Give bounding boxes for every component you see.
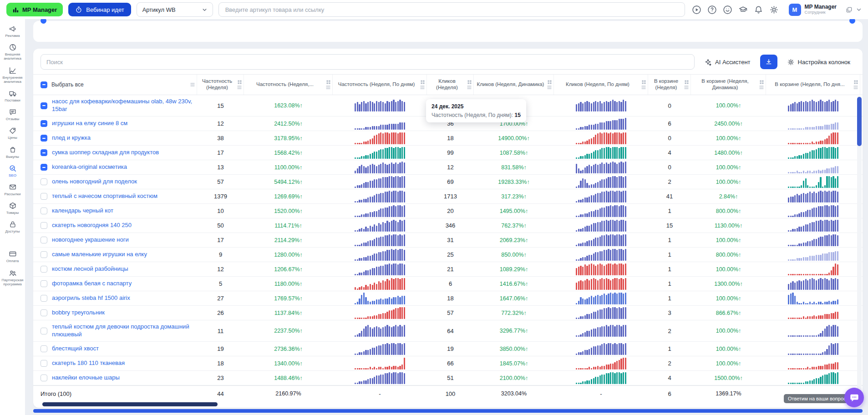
column-menu-icon[interactable] [237, 80, 242, 89]
column-header-clicks-week[interactable]: Кликов (Неделя) [427, 75, 474, 95]
table-search-input[interactable] [41, 54, 695, 70]
play-icon[interactable] [690, 3, 703, 16]
sparkline-chart[interactable] [576, 100, 626, 111]
sparkline-chart[interactable] [788, 343, 838, 355]
product-name-link[interactable]: bobbry треугольник [52, 309, 105, 317]
column-header-freq-week[interactable]: Частотность (Неделя) [197, 75, 244, 95]
row-checkbox[interactable] [41, 164, 47, 171]
column-header-cart-dyn[interactable]: В корзине (Неделя, Динамика) [691, 75, 766, 95]
columns-settings-button[interactable]: Настройка колонок [782, 54, 855, 70]
product-name-link[interactable]: фоторамка белая с паспарту [52, 280, 132, 288]
row-checkbox[interactable] [41, 208, 47, 214]
row-checkbox[interactable] [41, 266, 47, 273]
sparkline-chart[interactable] [355, 176, 405, 188]
sparkline-chart[interactable] [788, 325, 838, 337]
sparkline-chart[interactable] [576, 234, 626, 246]
column-menu-icon[interactable] [684, 80, 689, 89]
row-checkbox[interactable] [41, 251, 47, 258]
sparkline-chart[interactable] [788, 191, 838, 202]
sparkline-chart[interactable] [788, 293, 838, 304]
sparkline-chart[interactable] [788, 176, 838, 188]
sparkline-chart[interactable] [355, 100, 405, 111]
column-header-cart-week[interactable]: В корзине (Неделя) [648, 75, 691, 95]
row-checkbox[interactable] [41, 280, 47, 287]
sparkline-chart[interactable] [355, 205, 405, 217]
sparkline-chart[interactable] [788, 249, 838, 261]
sidebar-item-external-analytics[interactable]: Внешняя аналитика [0, 40, 25, 63]
sparkline-chart[interactable] [788, 147, 838, 159]
column-menu-icon[interactable] [420, 80, 425, 89]
row-checkbox[interactable] [41, 309, 47, 316]
product-name-link[interactable]: скатерть 180 110 тканевая [52, 359, 125, 367]
product-name-link[interactable]: koreanka-original косметика [52, 163, 127, 171]
sparkline-chart[interactable] [576, 220, 626, 232]
row-checkbox[interactable] [41, 345, 47, 352]
sparkline-chart[interactable] [788, 162, 838, 173]
product-name-link[interactable]: аэрогриль steba hf 1500 airix [52, 294, 130, 302]
product-name-link[interactable]: игрушки на елку синие 8 см [52, 120, 127, 127]
product-name-link[interactable]: плед и кружка [52, 134, 91, 142]
product-name-link[interactable]: теплый костюм для девочки подростка дома… [52, 323, 193, 339]
sparkline-chart[interactable] [576, 325, 626, 337]
sparkline-chart[interactable] [355, 307, 405, 319]
sparkline-chart[interactable] [788, 278, 838, 290]
sparkline-chart[interactable] [576, 293, 626, 304]
column-menu-icon[interactable] [853, 80, 858, 89]
sparkline-chart[interactable] [355, 293, 405, 304]
product-name-link[interactable]: новогоднее украшение ноги [52, 236, 129, 244]
column-header-clicks-days[interactable]: Кликов (Неделя, По дням) [554, 75, 648, 95]
education-icon[interactable] [737, 3, 750, 16]
sparkline-chart[interactable] [576, 147, 626, 159]
bell-icon[interactable] [752, 3, 765, 16]
vertical-scrollbar[interactable] [857, 96, 862, 400]
sparkline-chart[interactable] [355, 343, 405, 355]
sparkline-chart[interactable] [576, 191, 626, 202]
sparkline-chart[interactable] [788, 100, 838, 111]
vertical-scrollbar-thumb[interactable] [857, 97, 862, 146]
sparkline-chart[interactable] [355, 278, 405, 290]
sidebar-item-reviews[interactable]: Отзывы [0, 105, 25, 124]
row-checkbox[interactable] [41, 375, 47, 381]
product-name-link[interactable]: теплый с начесом спортивный костюм [52, 192, 157, 200]
window-chevron-icon[interactable] [856, 7, 862, 12]
sidebar-item-ads[interactable]: Реклама [0, 22, 25, 40]
page-horizontal-scrollbar[interactable] [33, 409, 863, 413]
sparkline-chart[interactable] [788, 118, 838, 130]
row-checkbox[interactable] [41, 135, 47, 142]
sparkline-chart[interactable] [355, 147, 405, 159]
chat-button[interactable] [844, 388, 864, 407]
product-name-link[interactable]: скатерть новогодняя 140 250 [52, 222, 132, 229]
sparkline-chart[interactable] [355, 132, 405, 144]
sparkline-chart[interactable] [576, 176, 626, 188]
product-name-link[interactable]: календарь черный кот [52, 207, 113, 215]
sparkline-chart[interactable] [355, 118, 405, 130]
sidebar-item-internal-analytics[interactable]: Внутренняя аналитика [0, 64, 25, 86]
row-checkbox[interactable] [41, 360, 47, 367]
select-all-checkbox[interactable] [41, 81, 47, 88]
column-menu-icon[interactable] [547, 80, 552, 89]
product-name-link[interactable]: наклейки елочные шары [52, 374, 120, 382]
column-menu-icon[interactable] [190, 83, 195, 86]
app-logo-button[interactable]: MP Manager [6, 3, 63, 16]
product-name-link[interactable]: костюм лесной разбойницы [52, 265, 128, 273]
sparkline-chart[interactable] [788, 263, 838, 275]
download-button[interactable] [760, 55, 777, 69]
sidebar-item-supplies[interactable]: Поставки [0, 86, 25, 105]
sidebar-item-products[interactable]: Товары [0, 199, 25, 218]
sparkline-chart[interactable] [355, 220, 405, 232]
sparkline-chart[interactable] [788, 205, 838, 217]
column-header-clicks-dyn[interactable]: Кликов (Неделя, Динамика) [474, 75, 554, 95]
row-checkbox[interactable] [41, 120, 47, 127]
sparkline-chart[interactable] [355, 372, 405, 384]
row-checkbox[interactable] [41, 237, 47, 243]
column-header-freq-days[interactable]: Частотность (Неделя, По дням) [333, 75, 427, 95]
horizontal-scrollbar[interactable] [39, 402, 853, 406]
sparkline-chart[interactable] [355, 263, 405, 275]
sparkline-chart[interactable] [576, 343, 626, 355]
sparkline-chart[interactable] [576, 118, 626, 130]
article-search-input[interactable] [218, 2, 685, 17]
row-checkbox[interactable] [41, 178, 47, 185]
row-checkbox[interactable] [41, 149, 47, 156]
sidebar-item-prices[interactable]: Цены [0, 124, 25, 142]
row-checkbox[interactable] [41, 222, 47, 229]
